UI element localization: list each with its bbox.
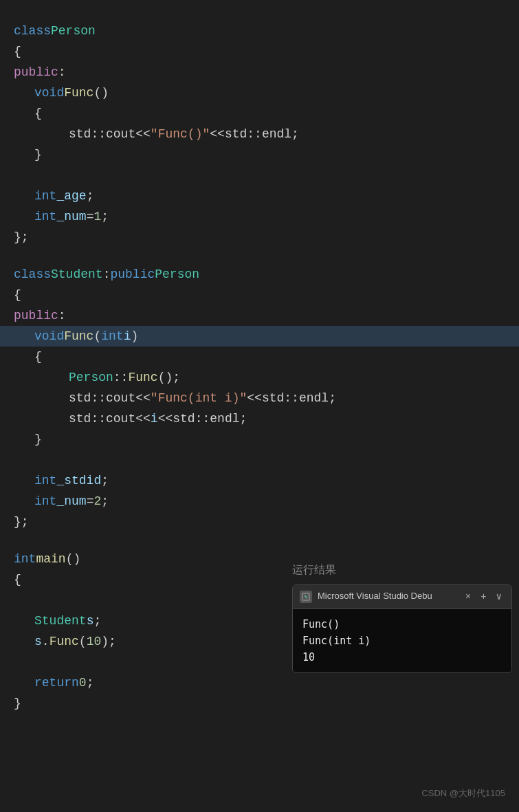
svg-line-1 bbox=[305, 595, 307, 598]
code-line: std::cout << "Func(int i)" << std::endl; bbox=[0, 388, 519, 408]
code-line: std::cout << i << std::endl; bbox=[0, 408, 519, 429]
code-line: { bbox=[0, 347, 519, 367]
code-line: { bbox=[0, 103, 519, 124]
code-line: return 0; bbox=[0, 672, 519, 693]
code-line: Person::Func(); bbox=[0, 367, 519, 388]
debug-output: Func()Func(int i)10 bbox=[293, 609, 511, 672]
code-line: class Person bbox=[0, 21, 519, 41]
code-line: } bbox=[0, 144, 519, 165]
code-line: void Func(int i) bbox=[0, 326, 519, 347]
output-line: Func(int i) bbox=[302, 633, 502, 649]
code-line: }; bbox=[0, 227, 519, 248]
code-line: public: bbox=[0, 62, 519, 83]
debug-window: Microsoft Visual Studio Debu×+∨Func()Fun… bbox=[292, 584, 512, 673]
code-line bbox=[0, 165, 519, 186]
output-line: 10 bbox=[302, 649, 502, 666]
popup-wrapper: 运行结果Microsoft Visual Studio Debu×+∨Func(… bbox=[292, 562, 512, 673]
footer-attribution: CSDN @大时代1105 bbox=[421, 787, 505, 801]
output-line: Func() bbox=[302, 616, 502, 633]
debug-window-title: Microsoft Visual Studio Debu bbox=[318, 589, 457, 604]
code-line: class Student : public Person bbox=[0, 264, 519, 285]
code-editor: class Person{public:void Func(){std::cou… bbox=[0, 14, 519, 721]
code-line: } bbox=[0, 429, 519, 450]
code-line: } bbox=[0, 693, 519, 714]
code-line: { bbox=[0, 285, 519, 305]
code-line: int _num = 1; bbox=[0, 206, 519, 227]
popup-label: 运行结果 bbox=[292, 562, 512, 580]
code-line: public: bbox=[0, 305, 519, 326]
close-button[interactable]: × bbox=[463, 589, 474, 604]
debug-titlebar: Microsoft Visual Studio Debu×+∨ bbox=[293, 585, 511, 609]
add-button[interactable]: + bbox=[478, 589, 489, 604]
code-line: std::cout << "Func()" << std::endl; bbox=[0, 124, 519, 144]
code-line: int _num = 2; bbox=[0, 491, 519, 512]
chevron-down-icon[interactable]: ∨ bbox=[494, 589, 505, 604]
code-line: int _age; bbox=[0, 186, 519, 206]
debug-window-icon bbox=[300, 591, 312, 603]
code-line: { bbox=[0, 41, 519, 62]
code-line: void Func() bbox=[0, 83, 519, 103]
debug-window-controls[interactable]: ×+∨ bbox=[463, 589, 505, 604]
code-line bbox=[0, 450, 519, 470]
code-line: int _stdid; bbox=[0, 470, 519, 491]
code-line: }; bbox=[0, 512, 519, 532]
